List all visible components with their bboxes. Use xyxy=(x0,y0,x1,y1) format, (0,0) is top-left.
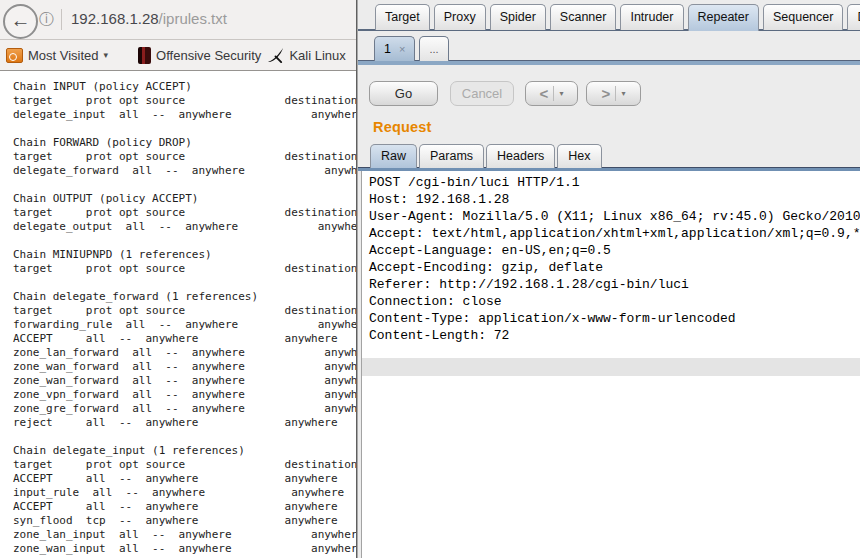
request-editor[interactable]: POST /cgi-bin/luci HTTP/1.1 Host: 192.16… xyxy=(361,170,860,558)
tab-proxy[interactable]: Proxy xyxy=(434,4,486,30)
tab-repeater[interactable]: Repeater xyxy=(688,4,759,31)
go-button[interactable]: Go xyxy=(369,81,438,106)
iptables-output-text: Chain INPUT (policy ACCEPT) target prot … xyxy=(0,71,356,558)
tab-scanner[interactable]: Scanner xyxy=(550,4,617,30)
repeater-tab-bar: 1 × ... xyxy=(374,36,449,61)
dropdown-arrow-icon[interactable]: ▾ xyxy=(559,82,563,105)
url-host: 192.168.1.28 xyxy=(71,10,159,27)
back-button[interactable]: ← xyxy=(3,4,38,39)
repeater-tab-label: 1 xyxy=(384,37,391,61)
tab-raw[interactable]: Raw xyxy=(370,144,417,168)
burp-suite-window: Target Proxy Spider Scanner Intruder Rep… xyxy=(357,0,860,558)
repeater-tab-new[interactable]: ... xyxy=(419,36,448,61)
bookmark-offensive-security[interactable]: Offensive Security xyxy=(108,47,261,64)
repeater-tab-1[interactable]: 1 × xyxy=(374,36,415,61)
tab-intruder[interactable]: Intruder xyxy=(620,4,683,30)
previous-request-button[interactable]: < ▾ xyxy=(525,81,578,106)
bookmark-most-visited[interactable]: Most Visited ▾ xyxy=(6,48,108,63)
url-bar[interactable]: 192.168.1.28/iprules.txt xyxy=(71,10,227,27)
request-headers-text[interactable]: POST /cgi-bin/luci HTTP/1.1 Host: 192.16… xyxy=(362,170,860,344)
main-tab-bar: Target Proxy Spider Scanner Intruder Rep… xyxy=(375,4,860,31)
tab-params[interactable]: Params xyxy=(419,144,484,168)
offensive-security-icon xyxy=(138,47,151,64)
url-path: /iprules.txt xyxy=(159,10,227,27)
cancel-button[interactable]: Cancel xyxy=(450,81,514,106)
kali-linux-icon xyxy=(267,47,284,64)
tab-spider[interactable]: Spider xyxy=(490,4,546,30)
right-arrow-icon: > xyxy=(602,86,611,101)
bookmark-label: Most Visited xyxy=(28,48,99,63)
bookmark-label: Kali Linux xyxy=(289,48,345,63)
dropdown-arrow-icon[interactable]: ▾ xyxy=(621,82,625,105)
tab-target[interactable]: Target xyxy=(375,4,430,30)
close-icon[interactable]: × xyxy=(399,37,405,61)
bookmark-kali-linux[interactable]: Kali Linux xyxy=(261,47,345,64)
tab-hex[interactable]: Hex xyxy=(557,144,601,168)
tab-headers[interactable]: Headers xyxy=(486,144,555,168)
back-arrow-icon: ← xyxy=(11,9,31,31)
info-icon[interactable]: ⓘ xyxy=(39,10,54,28)
most-visited-folder-icon xyxy=(6,48,23,63)
button-divider xyxy=(615,86,616,101)
request-section-heading: Request xyxy=(373,119,432,135)
browser-navbar: ← ⓘ 192.168.1.28/iprules.txt xyxy=(0,0,356,40)
tab-sequencer[interactable]: Sequencer xyxy=(763,4,843,30)
bookmark-label: Offensive Security xyxy=(156,48,261,63)
next-request-button[interactable]: > ▾ xyxy=(586,81,641,106)
browser-window: ← ⓘ 192.168.1.28/iprules.txt Most Visite… xyxy=(0,0,357,558)
left-arrow-icon: < xyxy=(540,86,549,101)
tab-decoder[interactable]: Decoder xyxy=(847,4,860,30)
bookmarks-bar: Most Visited ▾ Offensive Security Kali L… xyxy=(0,40,356,71)
button-divider xyxy=(553,86,554,101)
url-divider xyxy=(61,9,62,30)
editor-tab-bar: Raw Params Headers Hex xyxy=(370,144,602,168)
request-body-line[interactable]: username=user`iptables%20-L%20>%20/www/i… xyxy=(362,358,860,376)
